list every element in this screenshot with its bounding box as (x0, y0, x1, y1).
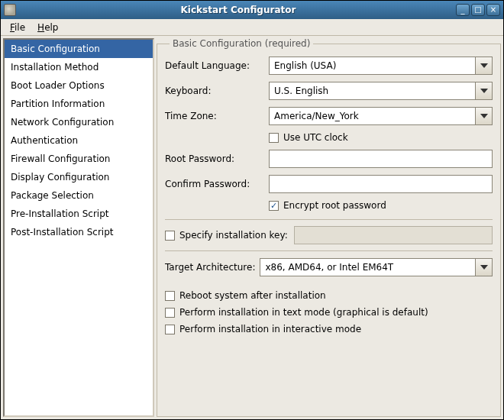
sidebar-item-pre-installation-script[interactable]: Pre-Installation Script (5, 205, 153, 223)
text-mode-row[interactable]: Perform installation in text mode (graph… (165, 307, 493, 318)
root-password-input[interactable] (274, 150, 487, 167)
label-confirm-password: Confirm Password: (165, 179, 264, 189)
keyboard-value: U.S. English (274, 86, 328, 96)
default-language-combo[interactable]: English (USA) (269, 57, 493, 75)
encrypt-root-row[interactable]: ✓ Encrypt root password (269, 200, 493, 211)
chevron-down-icon (475, 82, 492, 99)
main-panel: Basic Configuration (required) Default L… (157, 38, 501, 417)
time-zone-combo[interactable]: America/New_York (269, 107, 493, 125)
label-target-architecture: Target Architecture: (165, 262, 255, 273)
confirm-password-field[interactable] (269, 175, 493, 193)
keyboard-combo[interactable]: U.S. English (269, 82, 493, 100)
use-utc-row[interactable]: Use UTC clock (269, 132, 493, 143)
window: Kickstart Configurator _ □ × File Help B… (0, 0, 504, 420)
reboot-after-row[interactable]: Reboot system after installation (165, 290, 493, 301)
sidebar-item-display-configuration[interactable]: Display Configuration (5, 168, 153, 186)
menu-file[interactable]: File (5, 21, 30, 34)
install-key-field (294, 226, 493, 244)
basic-config-group: Basic Configuration (required) Default L… (157, 38, 501, 417)
titlebar[interactable]: Kickstart Configurator _ □ × (1, 1, 503, 19)
client-area: Basic ConfigurationInstallation MethodBo… (1, 36, 503, 419)
window-buttons: _ □ × (456, 4, 500, 16)
install-key-row: Specify installation key: (165, 219, 493, 251)
close-button[interactable]: × (486, 4, 500, 16)
menu-help[interactable]: Help (33, 21, 63, 34)
sidebar-item-authentication[interactable]: Authentication (5, 131, 153, 150)
confirm-password-input[interactable] (274, 176, 487, 192)
close-icon: × (490, 6, 496, 14)
sidebar-item-firewall-configuration[interactable]: Firewall Configuration (5, 150, 153, 168)
label-root-password: Root Password: (165, 153, 264, 164)
group-title: Basic Configuration (required) (170, 38, 313, 49)
text-mode-label: Perform installation in text mode (graph… (179, 307, 428, 318)
sidebar-item-installation-method[interactable]: Installation Method (5, 58, 153, 76)
time-zone-value: America/New_York (274, 111, 359, 121)
specify-install-key-row[interactable]: Specify installation key: (165, 230, 288, 241)
target-architecture-value: x86, AMD64, or Intel EM64T (265, 262, 393, 273)
use-utc-checkbox[interactable] (269, 133, 279, 143)
label-default-language: Default Language: (165, 60, 264, 71)
default-language-value: English (USA) (274, 60, 336, 71)
interactive-checkbox[interactable] (165, 325, 175, 334)
chevron-down-icon (475, 57, 492, 74)
root-password-field[interactable] (269, 150, 493, 168)
maximize-icon: □ (474, 6, 481, 14)
interactive-row[interactable]: Perform installation in interactive mode (165, 324, 493, 334)
menubar: File Help (1, 19, 503, 36)
encrypt-root-checkbox[interactable]: ✓ (269, 201, 279, 211)
label-keyboard: Keyboard: (165, 86, 264, 96)
chevron-down-icon (475, 108, 492, 124)
sidebar-item-network-configuration[interactable]: Network Configuration (5, 113, 153, 131)
sidebar-item-partition-information[interactable]: Partition Information (5, 95, 153, 113)
chevron-down-icon (475, 259, 492, 276)
encrypt-root-label: Encrypt root password (283, 200, 386, 211)
maximize-button[interactable]: □ (471, 4, 485, 16)
interactive-label: Perform installation in interactive mode (179, 324, 361, 334)
sidebar-item-post-installation-script[interactable]: Post-Installation Script (5, 223, 153, 241)
specify-install-key-checkbox[interactable] (165, 231, 175, 241)
reboot-after-label: Reboot system after installation (179, 290, 326, 301)
use-utc-label: Use UTC clock (283, 132, 348, 143)
label-time-zone: Time Zone: (165, 111, 264, 121)
target-architecture-combo[interactable]: x86, AMD64, or Intel EM64T (260, 258, 493, 276)
app-icon (4, 4, 16, 16)
sidebar-item-basic-configuration[interactable]: Basic Configuration (5, 40, 153, 58)
minimize-button[interactable]: _ (456, 4, 470, 16)
window-title: Kickstart Configurator (21, 5, 456, 15)
specify-install-key-label: Specify installation key: (179, 230, 288, 241)
sidebar-item-package-selection[interactable]: Package Selection (5, 186, 153, 205)
reboot-after-checkbox[interactable] (165, 291, 175, 301)
sidebar-item-boot-loader-options[interactable]: Boot Loader Options (5, 76, 153, 95)
text-mode-checkbox[interactable] (165, 308, 175, 318)
sidebar[interactable]: Basic ConfigurationInstallation MethodBo… (3, 38, 154, 417)
minimize-icon: _ (461, 6, 465, 14)
